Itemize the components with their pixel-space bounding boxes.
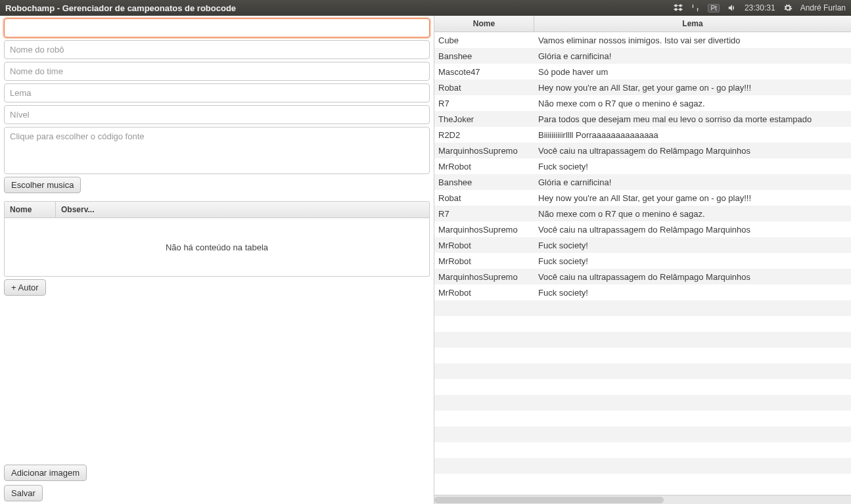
table-row[interactable]	[434, 348, 851, 363]
system-tray: Pt 23:30:31 André Furlan	[674, 3, 846, 12]
form-panel: Escolher musica Nome Observ... Não há co…	[0, 16, 434, 504]
robot-name-input[interactable]	[4, 40, 430, 59]
table-row[interactable]: TheJokerPara todos que desejam meu mal e…	[434, 111, 851, 127]
cell-nome: Robat	[434, 83, 534, 93]
cell-lema: Só pode haver um	[534, 67, 851, 77]
table-row[interactable]: R7Não mexe com o R7 que o menino é sagaz…	[434, 95, 851, 111]
cell-lema: Para todos que desejam meu mal eu levo o…	[534, 114, 851, 124]
cell-lema: Fuck society!	[534, 288, 851, 298]
cell-nome: MarquinhosSupremo	[434, 225, 534, 235]
cell-nome: MrRobot	[434, 162, 534, 172]
table-row[interactable]: RobatHey now you're an All Star, get you…	[434, 80, 851, 95]
table-row[interactable]: MarquinhosSupremoVocê caiu na ultrapassa…	[434, 221, 851, 237]
table-row[interactable]	[434, 458, 851, 474]
cell-nome: MrRobot	[434, 256, 534, 266]
cell-lema: Biiiiiiiiiirllll Porraaaaaaaaaaaaaa	[534, 130, 851, 140]
cell-lema: Glória e carnificina!	[534, 177, 851, 187]
table-row[interactable]	[434, 442, 851, 458]
clock[interactable]: 23:30:31	[745, 3, 775, 12]
cell-nome: MrRobot	[434, 288, 534, 298]
scrollbar-thumb[interactable]	[434, 497, 664, 503]
cell-lema: Não mexe com o R7 que o menino é sagaz.	[534, 99, 851, 108]
choose-music-button[interactable]: Escolher musica	[4, 177, 81, 193]
authors-table: Nome Observ... Não há conteúdo na tabela	[4, 201, 430, 277]
robots-table-header: Nome Lema	[434, 16, 851, 32]
cell-nome: TheJoker	[434, 114, 534, 124]
gear-icon[interactable]	[783, 3, 793, 12]
keyboard-lang-indicator[interactable]: Pt	[708, 4, 719, 12]
cell-lema: Você caiu na ultrapassagem do Relâmpago …	[534, 146, 851, 156]
table-row[interactable]: MarquinhosSupremoVocê caiu na ultrapassa…	[434, 269, 851, 285]
cell-lema: Fuck society!	[534, 256, 851, 266]
cell-lema: Não mexe com o R7 que o menino é sagaz.	[534, 209, 851, 219]
authors-col-observ[interactable]: Observ...	[56, 202, 429, 218]
table-row[interactable]: MarquinhosSupremoVocê caiu na ultrapassa…	[434, 143, 851, 158]
robots-table-panel: Nome Lema CubeVamos eliminar nossos inim…	[434, 16, 851, 504]
table-row[interactable]: MrRobotFuck society!	[434, 253, 851, 269]
cell-lema: Fuck society!	[534, 241, 851, 250]
cell-lema: Você caiu na ultrapassagem do Relâmpago …	[534, 272, 851, 282]
table-row[interactable]	[434, 411, 851, 426]
nivel-input[interactable]	[4, 105, 430, 124]
authors-empty-text: Não há conteúdo na tabela	[5, 218, 429, 276]
cell-nome: R7	[434, 99, 534, 108]
cell-nome: R2D2	[434, 130, 534, 140]
cell-nome: MarquinhosSupremo	[434, 146, 534, 156]
authors-col-nome[interactable]: Nome	[5, 202, 56, 218]
table-row[interactable]: R7Não mexe com o R7 que o menino é sagaz…	[434, 206, 851, 221]
table-row[interactable]: BansheeGlória e carnificina!	[434, 48, 851, 64]
table-row[interactable]	[434, 474, 851, 490]
table-row[interactable]	[434, 300, 851, 316]
team-name-input[interactable]	[4, 62, 430, 81]
cell-lema: Vamos eliminar nossos inimigos. Isto vai…	[534, 35, 851, 45]
user-name[interactable]: André Furlan	[800, 3, 846, 12]
cell-lema: Hey now you're an All Star, get your gam…	[534, 83, 851, 93]
cell-nome: MrRobot	[434, 241, 534, 250]
table-row[interactable]: CubeVamos eliminar nossos inimigos. Isto…	[434, 32, 851, 48]
cell-nome: Banshee	[434, 51, 534, 61]
add-image-button[interactable]: Adicionar imagem	[4, 465, 87, 481]
table-row[interactable]: MrRobotFuck society!	[434, 285, 851, 300]
cell-nome: Banshee	[434, 177, 534, 187]
menubar: Robochamp - Gerenciador de campeonatos d…	[0, 0, 851, 16]
cell-lema: Você caiu na ultrapassagem do Relâmpago …	[534, 225, 851, 235]
cell-nome: Robat	[434, 193, 534, 203]
cell-lema: Hey now you're an All Star, get your gam…	[534, 193, 851, 203]
cell-nome: MarquinhosSupremo	[434, 272, 534, 282]
source-code-input[interactable]	[4, 127, 430, 174]
table-row[interactable]	[434, 332, 851, 348]
table-row[interactable]: MrRobotFuck society!	[434, 237, 851, 253]
table-row[interactable]: R2D2Biiiiiiiiiirllll Porraaaaaaaaaaaaaa	[434, 127, 851, 143]
table-row[interactable]	[434, 363, 851, 379]
table-row[interactable]	[434, 395, 851, 411]
dropbox-icon[interactable]	[674, 3, 683, 12]
robots-table-body: CubeVamos eliminar nossos inimigos. Isto…	[434, 32, 851, 495]
network-icon[interactable]	[691, 3, 700, 12]
window-title: Robochamp - Gerenciador de campeonatos d…	[5, 3, 674, 13]
cell-nome: R7	[434, 209, 534, 219]
cell-nome: Cube	[434, 35, 534, 45]
volume-icon[interactable]	[727, 3, 737, 12]
add-author-button[interactable]: + Autor	[4, 279, 46, 296]
first-input[interactable]	[4, 18, 430, 37]
cell-nome: Mascote47	[434, 67, 534, 77]
cell-lema: Glória e carnificina!	[534, 51, 851, 61]
lema-input[interactable]	[4, 83, 430, 103]
table-row[interactable]: MrRobotFuck society!	[434, 158, 851, 174]
table-row[interactable]	[434, 426, 851, 442]
table-row[interactable]: RobatHey now you're an All Star, get you…	[434, 190, 851, 206]
table-row[interactable]: BansheeGlória e carnificina!	[434, 174, 851, 190]
horizontal-scrollbar[interactable]	[434, 495, 851, 504]
cell-lema: Fuck society!	[534, 162, 851, 172]
table-row[interactable]	[434, 379, 851, 395]
save-button[interactable]: Salvar	[4, 485, 43, 501]
table-row[interactable]: Mascote47Só pode haver um	[434, 64, 851, 80]
col-lema[interactable]: Lema	[534, 16, 851, 32]
table-row[interactable]	[434, 316, 851, 332]
col-nome[interactable]: Nome	[434, 16, 534, 32]
